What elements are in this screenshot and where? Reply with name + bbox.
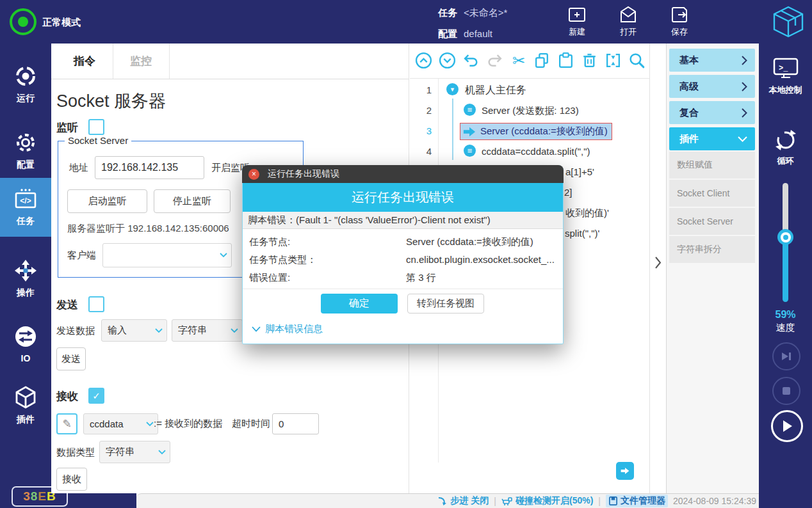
- palette-item-socket-client[interactable]: Socket Client: [669, 180, 755, 207]
- script-error-details-link[interactable]: 脚本错误信息: [252, 323, 323, 335]
- collision-status[interactable]: 碰撞检测开启(50%): [501, 495, 593, 507]
- plugin-icon: [14, 386, 37, 409]
- receive-checkbox[interactable]: ✓: [88, 388, 104, 404]
- dialog-goto-task-button[interactable]: 转到任务视图: [407, 294, 484, 314]
- tree-node-menu-icon[interactable]: ≡: [464, 145, 476, 157]
- step-forward-button[interactable]: [772, 342, 800, 370]
- tree-row-number: 1: [411, 84, 432, 95]
- receive-button[interactable]: 接收: [56, 468, 87, 491]
- dialog-titlebar[interactable]: × 运行任务出现错误: [242, 165, 564, 183]
- collapse-chevron-icon[interactable]: [655, 257, 662, 269]
- receive-assign-text: := 接收到的数据: [154, 418, 222, 430]
- tree-row-fragment[interactable]: split(",")': [565, 228, 599, 239]
- tree-row-number: 3: [411, 125, 432, 136]
- brand-logo-icon: [771, 4, 806, 39]
- sidebar-item-config[interactable]: 配置: [0, 122, 51, 180]
- palette-item-array-assign[interactable]: 数组赋值: [669, 152, 755, 179]
- top-bar: 正常模式 任务 <未命名>* 配置 default 新建 打开 保存: [0, 0, 812, 44]
- send-source-dropdown[interactable]: 输入: [101, 319, 167, 342]
- dialog-close-button[interactable]: ×: [248, 169, 259, 180]
- send-checkbox[interactable]: [88, 296, 104, 312]
- tree-row-fragment[interactable]: a[1]+5': [565, 166, 594, 177]
- arrow-right-icon: [620, 466, 630, 475]
- datatype-value: 字符串: [106, 446, 134, 458]
- task-node-value: Server (ccddata:=接收到的值): [406, 236, 533, 248]
- cut-button[interactable]: ✂: [510, 52, 528, 70]
- start-listen-button[interactable]: 启动监听: [67, 189, 147, 213]
- io-icon: [14, 325, 37, 348]
- chevron-down-icon: [158, 450, 166, 455]
- tab-monitor[interactable]: 监控: [113, 44, 170, 79]
- redo-button[interactable]: [486, 52, 504, 70]
- play-button[interactable]: [771, 410, 803, 442]
- tree-row-selected[interactable]: Server (ccddata:=接收到的值): [480, 125, 608, 138]
- file-manager-button[interactable]: 文件管理器: [606, 495, 668, 507]
- undo-icon: [462, 52, 480, 69]
- loop-icon[interactable]: [774, 129, 797, 152]
- speed-slider-track-lower[interactable]: [783, 237, 788, 302]
- sidebar-item-task[interactable]: </> 任务: [0, 178, 51, 237]
- address-input[interactable]: 192.168.142.135: [95, 156, 204, 179]
- tree-node-menu-icon[interactable]: ≡: [464, 104, 476, 116]
- collapse-all-button[interactable]: [415, 52, 433, 70]
- palette-category-advanced[interactable]: 高级: [669, 75, 755, 98]
- local-control-icon[interactable]: >_: [773, 58, 799, 79]
- sidebar-item-jog[interactable]: 操作: [0, 250, 51, 308]
- stop-listen-button[interactable]: 停止监听: [154, 189, 231, 213]
- right-sidebar: >_ 本地控制 循环 59% 速度: [759, 44, 812, 508]
- merge-node-button[interactable]: [605, 52, 622, 70]
- new-task-button[interactable]: 新建: [567, 5, 587, 38]
- sidebar-item-label: 运行: [17, 93, 35, 104]
- sidebar-item-run[interactable]: 运行: [0, 55, 51, 114]
- dialog-ok-button[interactable]: 确定: [321, 294, 398, 314]
- undo-button[interactable]: [462, 52, 480, 70]
- next-arrow-button[interactable]: [616, 462, 634, 480]
- tree-row-fragment[interactable]: 收到的值)': [565, 207, 609, 219]
- datatype-dropdown[interactable]: 字符串: [99, 441, 170, 463]
- listen-checkbox[interactable]: [88, 119, 104, 135]
- step-mode-status[interactable]: 步进 关闭: [437, 495, 489, 507]
- left-sidebar: 运行 配置 </> 任务 操作: [0, 44, 51, 508]
- play-icon: [781, 420, 793, 433]
- local-control-label: 本地控制: [759, 84, 812, 96]
- send-type-dropdown[interactable]: 字符串: [172, 319, 243, 342]
- tree-node-collapse-icon[interactable]: ▼: [446, 83, 459, 95]
- stop-button[interactable]: [772, 377, 800, 405]
- expand-all-button[interactable]: [439, 52, 457, 70]
- error-dialog: × 运行任务出现错误 运行任务出现错误 脚本错误：(Fault 1- "(cla…: [242, 165, 564, 344]
- mode-label: 正常模式: [42, 17, 81, 29]
- palette-item-string-split[interactable]: 字符串拆分: [669, 236, 755, 263]
- task-code-icon: </>: [13, 187, 38, 210]
- tree-row[interactable]: 机器人主任务: [465, 84, 526, 97]
- palette-item-socket-server[interactable]: Socket Server: [669, 208, 755, 235]
- palette-category-composite[interactable]: 复合: [669, 101, 755, 124]
- close-icon: ×: [252, 170, 256, 179]
- sidebar-item-io[interactable]: IO: [0, 315, 51, 374]
- save-task-label: 保存: [671, 26, 688, 38]
- sidebar-item-plugin[interactable]: 插件: [0, 376, 51, 435]
- expand-all-icon: [439, 52, 456, 69]
- timeout-input[interactable]: 0: [272, 413, 319, 434]
- tree-row[interactable]: Server (发送数据: 123): [482, 105, 579, 117]
- jog-move-icon: [14, 259, 37, 282]
- edit-variable-button[interactable]: ✎: [56, 413, 77, 434]
- receive-var-dropdown[interactable]: ccddata: [83, 413, 158, 434]
- step-mode-label: 步进 关闭: [450, 495, 489, 507]
- send-button[interactable]: 发送: [56, 347, 86, 370]
- paste-button[interactable]: [557, 52, 575, 70]
- tabbar-divider: [51, 79, 409, 79]
- delete-button[interactable]: [581, 52, 599, 70]
- tree-node-arrow-icon: [462, 125, 476, 138]
- collision-detect-icon: [501, 496, 513, 506]
- tab-instruction[interactable]: 指令: [56, 44, 113, 79]
- copy-button[interactable]: [533, 52, 551, 70]
- tree-row-fragment[interactable]: 2]: [564, 187, 572, 198]
- speed-slider-knob[interactable]: [777, 229, 793, 245]
- open-task-button[interactable]: 打开: [619, 5, 638, 38]
- search-button[interactable]: [628, 52, 646, 70]
- tree-row[interactable]: ccddata=ccddata.split(","): [482, 146, 590, 157]
- palette-category-basic[interactable]: 基本: [669, 49, 755, 72]
- palette-category-plugin[interactable]: 插件: [669, 127, 755, 150]
- save-task-button[interactable]: 保存: [670, 5, 689, 38]
- client-dropdown[interactable]: [102, 243, 232, 267]
